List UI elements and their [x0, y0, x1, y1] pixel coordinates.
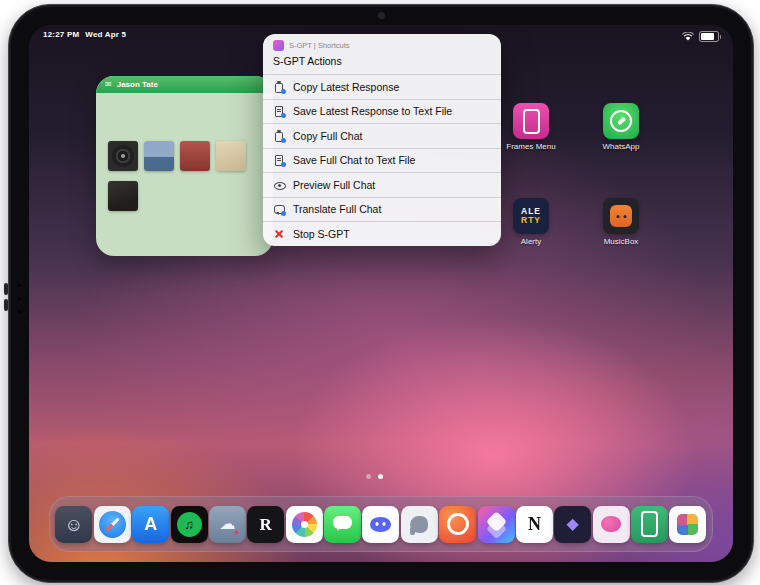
- menu-item-label: Stop S-GPT: [293, 228, 350, 240]
- text-file-icon: [273, 105, 285, 117]
- alerty-icon: ALERTY: [513, 198, 549, 234]
- home-app-musicbox[interactable]: MusicBox: [593, 198, 649, 246]
- menu-item-label: Save Latest Response to Text File: [293, 105, 452, 117]
- photos-app-icon[interactable]: [286, 506, 323, 543]
- home-app-whatsapp[interactable]: WhatsApp: [593, 103, 649, 151]
- whatsapp-icon: [603, 103, 639, 139]
- menu-item-stop-s-gpt[interactable]: Stop S-GPT: [263, 221, 501, 246]
- mastodon-app-icon[interactable]: [401, 506, 438, 543]
- text-file-icon: [273, 154, 285, 166]
- dock: ☺A♫☁RN◆: [49, 496, 713, 552]
- ipad-device-frame: 12:27 PM Wed Apr 5 ✉ Jason Tate: [8, 4, 754, 583]
- newsletter-icon: ✉: [105, 81, 112, 89]
- cloud-app-icon[interactable]: ☁: [209, 506, 246, 543]
- menu-item-save-full-chat-to-text-file[interactable]: Save Full Chat to Text File: [263, 148, 501, 173]
- spotify-app-icon[interactable]: ♫: [171, 506, 208, 543]
- menu-item-label: Save Full Chat to Text File: [293, 154, 415, 166]
- safari-app-icon[interactable]: [94, 506, 131, 543]
- finder-app-icon[interactable]: ☺: [55, 506, 92, 543]
- notion-app-icon[interactable]: N: [516, 506, 553, 543]
- app-label: Frames Menu: [506, 142, 555, 151]
- appstore-app-icon[interactable]: A: [132, 506, 169, 543]
- timer-app-icon[interactable]: [439, 506, 476, 543]
- menu-title: S-GPT Actions: [263, 52, 501, 74]
- sgpt-context-menu: S-GPT | Shortcuts S-GPT Actions Copy Lat…: [263, 34, 501, 246]
- translate-icon: [273, 203, 285, 215]
- bezel-dot: [18, 297, 21, 300]
- clipboard-icon: [273, 81, 285, 93]
- photogrid-app-icon[interactable]: [669, 506, 706, 543]
- status-time: 12:27 PM: [43, 30, 79, 39]
- jason-tate-widget[interactable]: ✉ Jason Tate: [96, 76, 273, 256]
- home-app-frames-menu[interactable]: Frames Menu: [503, 103, 559, 151]
- musicbox-icon: [603, 198, 639, 234]
- messages-app-icon[interactable]: [324, 506, 361, 543]
- bezel-dot: [18, 284, 21, 287]
- menu-item-label: Copy Full Chat: [293, 130, 362, 142]
- shortcuts-app-icon[interactable]: [478, 506, 515, 543]
- reader-app-icon[interactable]: R: [247, 506, 284, 543]
- home-screen: 12:27 PM Wed Apr 5 ✉ Jason Tate: [29, 25, 733, 562]
- brain-app-icon[interactable]: [593, 506, 630, 543]
- widget-album-grid: [96, 93, 273, 256]
- discord-app-icon[interactable]: [362, 506, 399, 543]
- menu-app-name: S-GPT | Shortcuts: [289, 41, 350, 50]
- menu-app-header: S-GPT | Shortcuts: [263, 34, 501, 52]
- menu-item-save-latest-response-to-text-file[interactable]: Save Latest Response to Text File: [263, 99, 501, 124]
- menu-item-list: Copy Latest ResponseSave Latest Response…: [263, 74, 501, 246]
- album-art-thumbnail[interactable]: [108, 181, 138, 211]
- frames-menu-icon: [513, 103, 549, 139]
- album-art-thumbnail[interactable]: [144, 141, 174, 171]
- page-dot[interactable]: [366, 474, 371, 479]
- app-label: WhatsApp: [603, 142, 640, 151]
- page-dot[interactable]: [378, 474, 383, 479]
- menu-item-translate-full-chat[interactable]: Translate Full Chat: [263, 197, 501, 222]
- widget-title: Jason Tate: [117, 80, 158, 89]
- front-camera: [379, 13, 384, 18]
- menu-item-label: Copy Latest Response: [293, 81, 399, 93]
- album-art-thumbnail[interactable]: [216, 141, 246, 171]
- album-art-thumbnail[interactable]: [108, 141, 138, 171]
- menu-item-copy-full-chat[interactable]: Copy Full Chat: [263, 123, 501, 148]
- widget-header: ✉ Jason Tate: [96, 76, 273, 93]
- shortcuts-app-icon: [273, 40, 284, 51]
- app-label: Alerty: [521, 237, 541, 246]
- menu-item-copy-latest-response[interactable]: Copy Latest Response: [263, 74, 501, 99]
- menu-item-label: Translate Full Chat: [293, 203, 381, 215]
- album-art-thumbnail[interactable]: [180, 141, 210, 171]
- clipboard-icon: [273, 130, 285, 142]
- home-app-alerty[interactable]: ALERTYAlerty: [503, 198, 559, 246]
- menu-item-label: Preview Full Chat: [293, 179, 375, 191]
- page-indicator[interactable]: [366, 474, 383, 479]
- eye-icon: [273, 179, 285, 191]
- wifi-icon: [682, 32, 694, 41]
- app-label: MusicBox: [604, 237, 639, 246]
- bezel-dot: [18, 310, 21, 313]
- menu-item-preview-full-chat[interactable]: Preview Full Chat: [263, 172, 501, 197]
- obsidian-app-icon[interactable]: ◆: [554, 506, 591, 543]
- stop-icon: [273, 228, 285, 240]
- battery-icon: [699, 31, 719, 42]
- frames-app-icon[interactable]: [631, 506, 668, 543]
- status-date: Wed Apr 5: [85, 30, 126, 39]
